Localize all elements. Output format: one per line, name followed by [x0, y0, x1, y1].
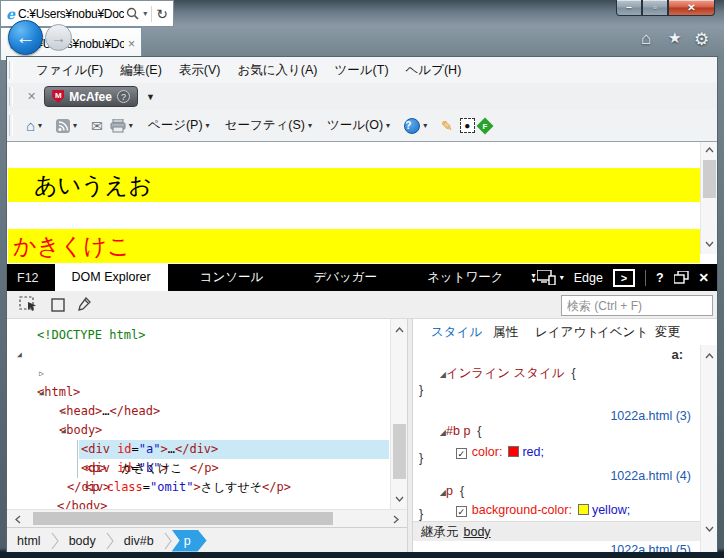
page-dropdown-icon[interactable]: ▾ [206, 121, 210, 130]
dom-row-body-close[interactable]: </body> [57, 497, 108, 509]
print-icon[interactable] [110, 119, 126, 133]
print-dropdown-icon[interactable]: ▾ [129, 121, 133, 130]
inherited-from-link[interactable]: body [464, 525, 491, 539]
scroll-up-icon[interactable] [391, 322, 407, 338]
tab-attributes[interactable]: 属性 [493, 324, 518, 341]
expander-icon[interactable]: ◢ [17, 345, 22, 364]
expander-icon[interactable]: ▷ [61, 402, 66, 421]
expander-icon[interactable]: ▷ [39, 364, 44, 383]
home-dropdown-icon[interactable]: ▾ [38, 121, 42, 130]
menu-file[interactable]: ファイル(F) [36, 62, 103, 79]
stylesheet-link[interactable]: 1022a.html (4) [610, 469, 691, 483]
dom-horizontal-scrollbar[interactable] [7, 509, 407, 527]
settings-gear-icon[interactable]: ⚙ [694, 29, 709, 50]
prop-color[interactable]: ✓color:red; [435, 431, 544, 473]
property-checkbox[interactable]: ✓ [456, 448, 467, 459]
dom-row-div-b[interactable]: ◢ <div id="b"> [7, 421, 50, 440]
tab-dom-explorer[interactable]: DOM Explorer [55, 264, 168, 291]
scrollbar-thumb[interactable] [393, 424, 406, 479]
rss-dropdown-icon[interactable]: ▾ [73, 121, 77, 130]
color-swatch-red[interactable] [508, 446, 519, 457]
dom-row-html[interactable]: ◢ <html> [7, 345, 50, 364]
tools-dropdown-icon[interactable]: ▾ [386, 121, 390, 130]
pseudo-state-toggle[interactable]: a: [671, 347, 683, 362]
breadcrumb-body[interactable]: body [59, 534, 106, 548]
expander-icon[interactable]: ◢ [39, 383, 44, 402]
evernote-clipper-icon[interactable]: ● [460, 118, 475, 133]
home-command-icon[interactable]: ⌂ [26, 117, 35, 134]
breadcrumb-p-selected[interactable]: p [172, 530, 207, 552]
tab-layout[interactable]: レイアウト [535, 324, 599, 341]
styles-scrollbar[interactable] [700, 345, 717, 553]
tab-debugger[interactable]: デバッガー [303, 264, 387, 291]
scroll-down-icon[interactable] [701, 236, 718, 252]
color-picker-icon[interactable] [77, 297, 91, 312]
stylesheet-link[interactable]: 1022a.html (3) [610, 409, 691, 423]
element-highlight-icon[interactable] [51, 298, 65, 312]
rule-inline-style[interactable]: ◢インライン スタイル { [419, 351, 576, 398]
more-tabs-icon[interactable]: ▾▾ [532, 273, 536, 283]
tab-events[interactable]: イベント [597, 324, 648, 341]
page-menu-button[interactable]: ページ(P) [148, 117, 203, 134]
menu-tools[interactable]: ツール(T) [335, 62, 389, 79]
rss-feed-icon[interactable] [56, 119, 70, 133]
devtools-close-icon[interactable]: ✕ [699, 270, 709, 285]
scroll-up-icon[interactable] [701, 142, 718, 158]
refresh-icon[interactable]: ↻ [156, 6, 168, 22]
dom-row-p-selected[interactable]: <p> かきくけこ </p> [7, 440, 50, 459]
breadcrumb-html[interactable]: html [7, 534, 51, 548]
dom-tree-scrollbar[interactable] [390, 319, 407, 509]
tab-close-icon[interactable]: × [128, 37, 135, 51]
target-device-icon[interactable]: ▾ [537, 270, 564, 285]
help-icon[interactable]: ? [404, 118, 420, 134]
mcafee-badge[interactable]: M McAfee ? [44, 86, 138, 107]
tab-network[interactable]: ネットワーク [417, 264, 513, 291]
safety-menu-button[interactable]: セーフティ(S) [225, 117, 305, 134]
target-dropdown-icon[interactable]: ▾ [560, 273, 564, 282]
read-mail-icon[interactable]: ✉ [91, 118, 103, 134]
maximize-button[interactable]: ▫ [642, 0, 668, 16]
favorites-star-icon[interactable]: ★ [668, 29, 681, 47]
show-console-icon[interactable]: > [613, 269, 635, 287]
page-scrollbar[interactable] [700, 142, 717, 254]
devtools-search-input[interactable] [561, 295, 713, 316]
unpin-icon[interactable] [674, 271, 689, 284]
color-swatch-yellow[interactable] [578, 504, 589, 515]
menu-view[interactable]: 表示(V) [179, 62, 221, 79]
pen-addon-icon[interactable]: ✎ [441, 118, 453, 134]
dom-row-div-a[interactable]: ▷ <div id="a">…</div> [7, 402, 50, 421]
scroll-down-icon[interactable] [701, 521, 717, 537]
tab-changes[interactable]: 変更 [655, 324, 680, 341]
siteadvisor-icon[interactable]: F [476, 117, 493, 134]
back-button[interactable]: ← [8, 20, 43, 55]
mcafee-help-icon[interactable]: ? [117, 90, 130, 103]
menu-edit[interactable]: 編集(E) [120, 62, 162, 79]
property-checkbox[interactable]: ✓ [456, 506, 467, 517]
scroll-down-icon[interactable] [391, 491, 407, 507]
scrollbar-thumb[interactable] [33, 512, 333, 525]
breadcrumb-div-b[interactable]: div#b [114, 534, 164, 548]
address-input[interactable]: C:¥Users¥nobu¥Documents [18, 7, 124, 21]
help-dropdown-icon[interactable]: ▾ [423, 121, 427, 130]
tab-styles[interactable]: スタイル [431, 324, 482, 341]
expander-icon[interactable]: ◢ [61, 421, 66, 440]
search-icon[interactable] [126, 7, 139, 20]
safety-dropdown-icon[interactable]: ▾ [308, 121, 312, 130]
scrollbar-thumb[interactable] [703, 160, 716, 198]
menu-help[interactable]: ヘルプ(H) [406, 62, 462, 79]
dom-row-body[interactable]: ◢ <body> [7, 383, 50, 402]
scroll-left-icon[interactable] [9, 510, 27, 528]
dom-row-div-close[interactable]: </div> [67, 478, 110, 497]
dom-row-p-omit[interactable]: <p class="omit">さしすせそ</p> [7, 459, 50, 478]
dom-row-head[interactable]: ▷ <head>…</head> [7, 364, 50, 383]
close-button[interactable]: ✕ [668, 0, 715, 16]
devtools-help-icon[interactable]: ? [656, 271, 664, 285]
dom-row-doctype[interactable]: <!DOCTYPE html> [37, 326, 145, 345]
forward-button[interactable]: → [45, 24, 72, 51]
menu-favorites[interactable]: お気に入り(A) [237, 62, 317, 79]
address-dropdown-icon[interactable]: ▾ [143, 9, 147, 18]
tools-menu-button[interactable]: ツール(O) [327, 117, 383, 134]
home-icon[interactable]: ⌂ [641, 29, 651, 49]
minimize-button[interactable]: – [616, 0, 642, 16]
toolbar-close-icon[interactable]: ✕ [27, 90, 36, 103]
